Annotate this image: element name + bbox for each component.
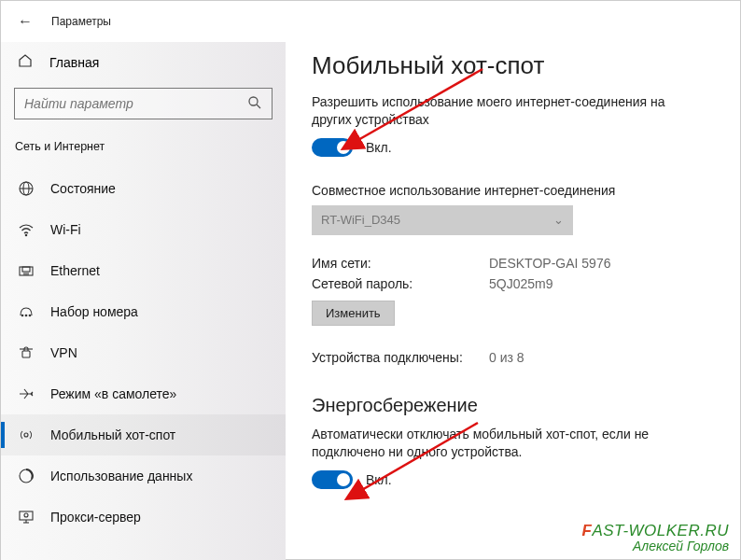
wifi-icon [18,221,35,238]
power-toggle-row: Вкл. [312,470,706,489]
ethernet-icon [18,262,35,279]
network-password-value: 5QJ025m9 [489,276,552,291]
sidebar-item-status[interactable]: Состояние [1,168,286,209]
sidebar-nav: Состояние Wi-Fi Ethernet Набор номера VP… [1,168,286,538]
network-password-label: Сетевой пароль: [312,276,489,291]
connection-share-label: Совместное использование интернет-соедин… [312,183,706,198]
power-toggle[interactable] [312,470,353,489]
devices-connected-value: 0 из 8 [489,350,524,365]
svg-rect-7 [22,267,30,272]
sidebar-item-label: VPN [50,345,77,360]
sidebar-item-label: Мобильный хот-спот [50,427,175,442]
share-toggle-label: Вкл. [366,140,392,155]
sidebar-item-airplane[interactable]: Режим «в самолете» [1,373,286,414]
sidebar: Главная Сеть и Интернет Состояние Wi-Fi [1,42,286,560]
svg-point-16 [24,433,28,437]
svg-point-0 [249,97,258,105]
search-icon [247,95,262,113]
svg-point-5 [25,234,26,235]
data-usage-icon [18,468,35,484]
sidebar-home[interactable]: Главная [1,46,286,78]
vpn-icon [18,344,35,361]
devices-connected-label: Устройства подключены: [312,350,489,365]
sidebar-item-ethernet[interactable]: Ethernet [1,250,286,291]
share-toggle-row: Вкл. [312,138,706,157]
page-title: Мобильный хот-спот [312,51,706,80]
sidebar-item-label: Ethernet [50,263,100,278]
watermark: FAST-WOLKER.RU Алексей Горлов [581,523,729,553]
svg-point-21 [24,513,28,517]
window-header: ← Параметры [1,1,740,42]
dialup-icon [18,303,35,320]
proxy-icon [18,509,35,525]
network-name-value: DESKTOP-GAI 5976 [489,256,610,271]
search-box[interactable] [14,88,273,119]
power-saving-description: Автоматически отключать мобильный хот-сп… [312,426,706,461]
network-name-label: Имя сети: [312,256,489,271]
main-content: Мобильный хот-спот Разрешить использован… [286,42,740,560]
watermark-line1: FAST-WOLKER.RU [581,523,729,539]
window-title: Параметры [51,15,111,28]
share-description: Разрешить использование моего интернет-с… [312,93,706,129]
sidebar-item-label: Использование данных [50,469,192,483]
sidebar-item-vpn[interactable]: VPN [1,332,286,373]
search-input[interactable] [24,96,227,111]
sidebar-item-dialup[interactable]: Набор номера [1,291,286,332]
sidebar-item-proxy[interactable]: Прокси-сервер [1,497,286,538]
sidebar-item-wifi[interactable]: Wi-Fi [1,209,286,250]
share-toggle[interactable] [312,138,353,157]
sidebar-category: Сеть и Интернет [1,136,286,168]
watermark-line2: Алексей Горлов [581,539,729,553]
connection-select-value: RT-WiFi_D345 [321,213,400,227]
svg-point-13 [29,315,31,316]
sidebar-item-label: Набор номера [50,304,138,319]
sidebar-item-label: Прокси-сервер [50,510,141,525]
svg-point-11 [21,315,23,316]
power-saving-title: Энергосбережение [312,395,706,416]
hotspot-icon [18,427,35,443]
sidebar-home-label: Главная [49,55,99,70]
connection-select[interactable]: RT-WiFi_D345 ⌄ [312,205,573,235]
home-icon [18,53,33,71]
svg-line-1 [257,105,260,108]
airplane-icon [18,385,35,402]
sidebar-item-hotspot[interactable]: Мобильный хот-спот [1,414,286,455]
sidebar-item-label: Состояние [50,181,116,196]
svg-point-12 [25,315,27,316]
globe-icon [18,180,35,197]
sidebar-item-label: Wi-Fi [50,222,81,237]
sidebar-item-label: Режим «в самолете» [50,386,176,401]
edit-button[interactable]: Изменить [312,301,395,326]
chevron-down-icon: ⌄ [553,213,564,227]
sidebar-item-datausage[interactable]: Использование данных [1,455,286,497]
back-icon[interactable]: ← [18,13,33,30]
svg-rect-14 [22,351,30,357]
power-toggle-label: Вкл. [366,472,392,487]
svg-rect-18 [20,511,33,520]
